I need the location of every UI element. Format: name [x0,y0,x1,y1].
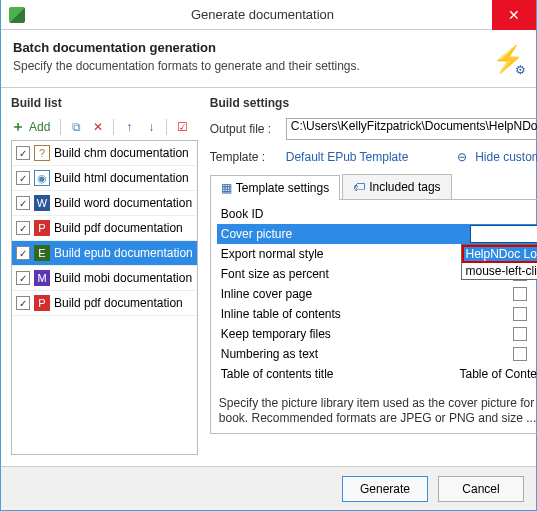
checkbox[interactable]: ✓ [16,246,30,260]
property-dropdown[interactable]: ▾ [470,225,537,243]
list-item-label: Build pdf documentation [54,221,183,235]
template-link[interactable]: Default EPub Template [286,150,409,164]
list-item[interactable]: ✓EBuild epub documentation [12,241,197,266]
list-item[interactable]: ✓?Build chm documentation [12,141,197,166]
list-item-label: Build word documentation [54,196,192,210]
output-file-label: Output file : [210,122,280,136]
checkbox[interactable] [513,307,527,321]
list-item[interactable]: ✓WBuild word documentation [12,191,197,216]
check-all-button[interactable]: ☑ [173,118,191,136]
dialog-footer: Generate Cancel [1,466,536,510]
html-icon: ◉ [34,170,50,186]
build-list: ✓?Build chm documentation✓◉Build html do… [11,140,198,455]
cancel-button[interactable]: Cancel [438,476,524,502]
property-label: Keep temporary files [217,327,470,341]
move-up-button[interactable]: ↑ [120,118,138,136]
tab-template-settings[interactable]: ▦ Template settings [210,175,340,200]
header-title: Batch documentation generation [13,40,524,55]
property-label: Export normal style [217,247,470,261]
property-row[interactable]: Table of contents titleTable of Contents [217,364,537,384]
checkbox[interactable] [513,347,527,361]
property-label: Inline cover page [217,287,470,301]
checkbox[interactable]: ✓ [16,271,30,285]
list-item-label: Build epub documentation [54,246,193,260]
output-file-input[interactable]: C:\Users\KellyFitzpatrick\Documents\Help… [286,118,537,140]
header-subtitle: Specify the documentation formats to gen… [13,59,524,73]
dropdown-item[interactable]: HelpNDoc Logo [462,245,537,263]
pdf-icon: P [34,220,50,236]
copy-button[interactable]: ⧉ [67,118,85,136]
lightning-icon: ⚡⚙ [492,44,524,75]
property-row[interactable]: Inline table of contents [217,304,537,324]
list-item-label: Build html documentation [54,171,189,185]
included-tags-icon: 🏷 [353,180,365,194]
checkbox[interactable]: ✓ [16,196,30,210]
window-title: Generate documentation [33,7,492,22]
property-label: Book ID [217,207,470,221]
tab-template-settings-label: Template settings [236,181,329,195]
add-icon[interactable]: ＋ [11,118,25,136]
property-hint: Specify the picture library item used as… [219,396,537,427]
template-label: Template : [210,150,280,164]
list-item[interactable]: ✓PBuild pdf documentation [12,291,197,316]
build-list-title: Build list [11,96,198,110]
close-button[interactable]: ✕ [492,0,536,30]
hide-customization-link[interactable]: Hide customization [475,150,537,164]
checkbox[interactable] [513,327,527,341]
property-row[interactable]: Inline cover page [217,284,537,304]
add-button[interactable]: Add [29,120,50,134]
titlebar: Generate documentation ✕ [1,0,536,30]
list-item-label: Build mobi documentation [54,271,192,285]
app-icon [9,7,25,23]
build-list-toolbar: ＋ Add ⧉ ✕ ↑ ↓ ☑ [11,118,198,136]
dropdown-item[interactable]: mouse-left-click [462,263,537,279]
checkbox[interactable]: ✓ [16,171,30,185]
template-settings-icon: ▦ [221,181,232,195]
property-label: Cover picture [217,227,470,241]
checkbox[interactable]: ✓ [16,146,30,160]
gear-icon: ⚙ [515,63,526,77]
list-item[interactable]: ✓MBuild mobi documentation [12,266,197,291]
build-settings-title: Build settings [210,96,537,110]
template-settings-panel: Book IDCover picture▾Export normal style… [210,200,537,434]
property-value: Table of Contents [460,367,537,381]
delete-button[interactable]: ✕ [89,118,107,136]
property-row[interactable]: Book ID [217,204,537,224]
checkbox[interactable]: ✓ [16,221,30,235]
property-row[interactable]: Cover picture▾ [217,224,537,244]
tab-included-tags-label: Included tags [369,180,440,194]
generate-button[interactable]: Generate [342,476,428,502]
list-item-label: Build pdf documentation [54,296,183,310]
pdf-icon: P [34,295,50,311]
property-row[interactable]: Keep temporary files [217,324,537,344]
list-item[interactable]: ✓PBuild pdf documentation [12,216,197,241]
chm-icon: ? [34,145,50,161]
dialog-header: Batch documentation generation Specify t… [1,30,536,83]
property-row[interactable]: Numbering as text [217,344,537,364]
collapse-icon: ⊖ [457,150,467,164]
mobi-icon: M [34,270,50,286]
list-item-label: Build chm documentation [54,146,189,160]
cover-picture-dropdown[interactable]: HelpNDoc Logomouse-left-click [461,244,537,280]
word-icon: W [34,195,50,211]
list-item[interactable]: ✓◉Build html documentation [12,166,197,191]
property-label: Table of contents title [217,367,460,381]
property-label: Numbering as text [217,347,470,361]
tab-included-tags[interactable]: 🏷 Included tags [342,174,451,199]
property-label: Inline table of contents [217,307,470,321]
checkbox[interactable]: ✓ [16,296,30,310]
property-label: Font size as percent [217,267,470,281]
epub-icon: E [34,245,50,261]
checkbox[interactable] [513,287,527,301]
move-down-button[interactable]: ↓ [142,118,160,136]
